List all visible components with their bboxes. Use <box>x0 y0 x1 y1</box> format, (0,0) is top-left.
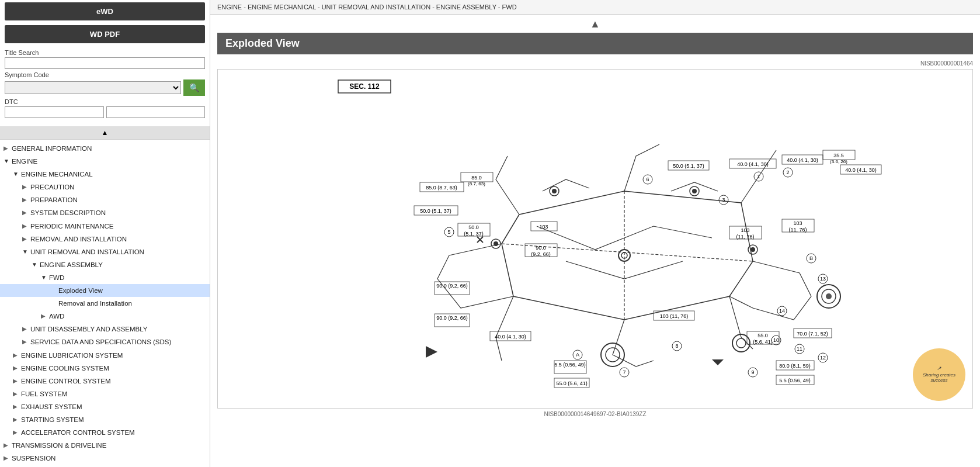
tree-arrow-engine-assembly: ▼ <box>32 261 40 269</box>
tree-label-general: GENERAL INFORMATION <box>12 144 205 153</box>
svg-point-6 <box>494 241 498 246</box>
tree-arrow-awd: ▶ <box>41 312 49 320</box>
tree-arrow-engine: ▼ <box>4 157 12 165</box>
tree-label-removal-installation-sub: Removal and Installation <box>58 299 205 308</box>
scroll-up-area: ▲ <box>217 15 973 33</box>
svg-text:50.0 (5.1, 37): 50.0 (5.1, 37) <box>420 208 451 214</box>
svg-text:11: 11 <box>797 346 802 352</box>
tree-label-periodic: PERIODIC MAINTENANCE <box>30 222 205 231</box>
tree-item-removal-installation-sub[interactable]: Removal and Installation <box>0 297 210 310</box>
tree-arrow-fuel-system: ▶ <box>13 390 21 398</box>
tree-arrow-engine-cooling: ▶ <box>13 364 21 372</box>
svg-text:(11, 76): (11, 76) <box>736 234 754 240</box>
symptom-code-row: 🔍 <box>5 79 205 96</box>
ewd-button[interactable]: eWD <box>5 2 205 20</box>
search-button[interactable]: 🔍 <box>183 79 205 96</box>
tree-label-engine-assembly: ENGINE ASSEMBLY <box>40 260 205 269</box>
tree-arrow-periodic: ▶ <box>22 222 30 230</box>
tree-item-brakes[interactable]: ▶BRAKES <box>0 465 210 467</box>
tree-item-awd[interactable]: ▶AWD <box>0 310 210 323</box>
tree-item-engine-mechanical[interactable]: ▼ENGINE MECHANICAL <box>0 168 210 181</box>
tree-label-system-desc: SYSTEM DESCRIPTION <box>30 208 205 217</box>
tree-arrow-exhaust: ▶ <box>13 403 21 411</box>
breadcrumb: ENGINE - ENGINE MECHANICAL - UNIT REMOVA… <box>210 0 980 15</box>
diagram-inner: SEC. 112 <box>223 74 968 403</box>
svg-rect-0 <box>332 74 858 402</box>
svg-text:A: A <box>576 352 579 358</box>
svg-text:5.5 (0.56, 49): 5.5 (0.56, 49) <box>779 378 811 383</box>
svg-text:(11, 76): (11, 76) <box>788 227 807 233</box>
svg-text:9: 9 <box>751 369 754 375</box>
svg-text:5: 5 <box>447 229 450 235</box>
tree-label-engine: ENGINE <box>12 157 205 166</box>
tree-label-engine-mechanical: ENGINE MECHANICAL <box>21 169 205 179</box>
tree-label-awd: AWD <box>49 312 205 321</box>
tree-item-accelerator[interactable]: ▶ACCELERATOR CONTROL SYSTEM <box>0 426 210 439</box>
tree-item-engine-lubrication[interactable]: ▶ENGINE LUBRICATION SYSTEM <box>0 349 210 362</box>
svg-text:(3.6, 26): (3.6, 26) <box>830 159 847 164</box>
svg-text:(5.6, 41): (5.6, 41) <box>753 339 773 345</box>
svg-text:90.0: 90.0 <box>536 245 546 251</box>
search-form: Title Search Symptom Code 🔍 DTC <box>0 46 210 126</box>
exploded-view-diagram: SEC. 112 <box>223 74 968 402</box>
tree-item-periodic[interactable]: ▶PERIODIC MAINTENANCE <box>0 220 210 233</box>
tree-arrow-general: ▶ <box>4 144 12 153</box>
tree-label-unit-removal: UNIT REMOVAL AND INSTALLATION <box>30 247 205 257</box>
tree-label-suspension: SUSPENSION <box>12 454 205 463</box>
svg-text:103: 103 <box>793 220 802 226</box>
tree-item-system-desc[interactable]: ▶SYSTEM DESCRIPTION <box>0 206 210 219</box>
tree-item-engine-assembly[interactable]: ▼ENGINE ASSEMBLY <box>0 258 210 271</box>
svg-text:85.0: 85.0 <box>471 175 482 181</box>
tree-item-unit-disassembly[interactable]: ▶UNIT DISASSEMBLY AND ASSEMBLY <box>0 323 210 335</box>
tree-item-precaution[interactable]: ▶PRECAUTION <box>0 181 210 193</box>
tree-arrow-service-data: ▶ <box>22 338 30 346</box>
diagram-container: SEC. 112 <box>217 69 973 409</box>
tree-item-suspension[interactable]: ▶SUSPENSION <box>0 452 210 465</box>
tree-arrow-engine-lubrication: ▶ <box>13 351 21 359</box>
tree-item-starting[interactable]: ▶STARTING SYSTEM <box>0 413 210 426</box>
tree-arrow-system-desc: ▶ <box>22 209 30 217</box>
tree-item-engine-control[interactable]: ▶ENGINE CONTROL SYSTEM <box>0 375 210 388</box>
symptom-code-select[interactable] <box>5 81 181 94</box>
tree-item-general[interactable]: ▶GENERAL INFORMATION <box>0 142 210 155</box>
tree-arrow-unit-disassembly: ▶ <box>22 325 30 333</box>
tree-label-exploded-view: Exploded View <box>58 286 205 295</box>
tree-item-preparation[interactable]: ▶PREPARATION <box>0 193 210 206</box>
svg-text:(9.2, 66): (9.2, 66) <box>531 251 551 257</box>
tree-item-transmission[interactable]: ▶TRANSMISSION & DRIVELINE <box>0 439 210 452</box>
dtc-input-1[interactable] <box>5 106 104 118</box>
dtc-input-2[interactable] <box>106 106 206 118</box>
tree-item-exploded-view[interactable]: Exploded View <box>0 284 210 297</box>
wdpdf-button[interactable]: WD PDF <box>5 25 205 43</box>
tree-item-removal-install[interactable]: ▶REMOVAL AND INSTALLATION <box>0 233 210 245</box>
tree-arrow-engine-mechanical: ▼ <box>13 170 21 178</box>
tree-item-service-data[interactable]: ▶SERVICE DATA AND SPECIFICATIONS (SDS) <box>0 335 210 348</box>
title-search-label: Title Search <box>5 49 205 56</box>
tree-arrow-suspension: ▶ <box>4 454 12 462</box>
tree-item-fwd[interactable]: ▼FWD <box>0 271 210 284</box>
tree-label-transmission: TRANSMISSION & DRIVELINE <box>12 441 205 450</box>
tree-container: ▶GENERAL INFORMATION▼ENGINE▼ENGINE MECHA… <box>0 139 210 467</box>
tree-label-accelerator: ACCELERATOR CONTROL SYSTEM <box>21 428 205 437</box>
collapse-button[interactable]: ▲ <box>0 126 210 139</box>
tree-label-preparation: PREPARATION <box>30 195 205 205</box>
svg-text:5.5 (0.56, 49): 5.5 (0.56, 49) <box>554 362 586 368</box>
tree-item-engine-cooling[interactable]: ▶ENGINE COOLING SYSTEM <box>0 362 210 375</box>
tree-item-fuel-system[interactable]: ▶FUEL SYSTEM <box>0 388 210 400</box>
tree-label-fwd: FWD <box>49 273 205 282</box>
tree-item-exhaust[interactable]: ▶EXHAUST SYSTEM <box>0 400 210 413</box>
svg-text:40.0 (4.1, 30): 40.0 (4.1, 30) <box>845 167 877 173</box>
tree-label-service-data: SERVICE DATA AND SPECIFICATIONS (SDS) <box>30 337 205 347</box>
tree-item-unit-removal[interactable]: ▼UNIT REMOVAL AND INSTALLATION <box>0 245 210 258</box>
scroll-up-button[interactable]: ▲ <box>590 18 600 30</box>
svg-text:35.5: 35.5 <box>833 153 844 158</box>
tree-item-engine[interactable]: ▼ENGINE <box>0 155 210 168</box>
title-search-input[interactable] <box>5 57 205 69</box>
svg-text:2: 2 <box>786 169 789 175</box>
tree-label-fuel-system: FUEL SYSTEM <box>21 389 205 399</box>
svg-point-14 <box>750 247 755 252</box>
tree-label-engine-cooling: ENGINE COOLING SYSTEM <box>21 364 205 373</box>
doc-id-bottom: NISB000000014649697-02-BIA0139ZZ <box>217 411 973 417</box>
tree-arrow-removal-install: ▶ <box>22 235 30 243</box>
svg-text:(8.7, 63): (8.7, 63) <box>468 181 485 186</box>
